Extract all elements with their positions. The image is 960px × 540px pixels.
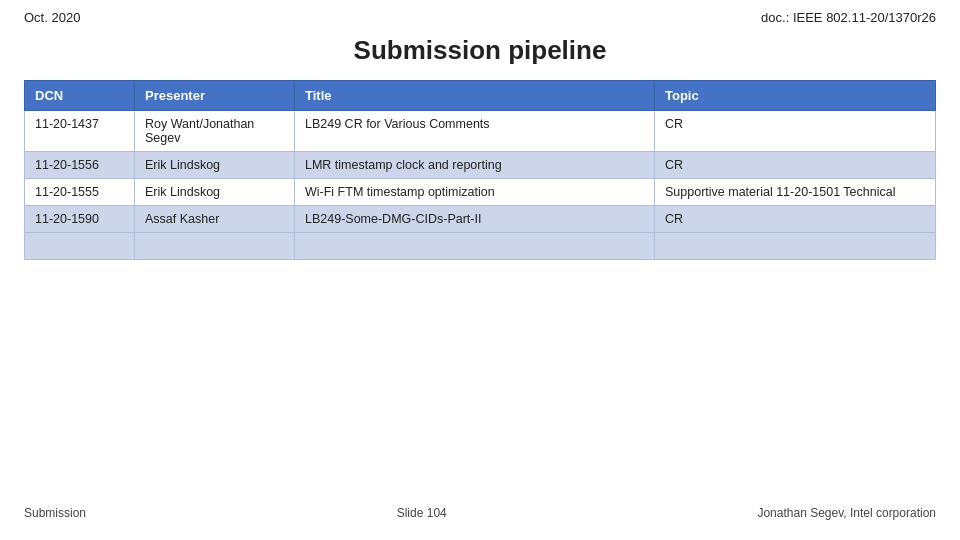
cell-presenter: Erik Lindskog bbox=[135, 179, 295, 206]
footer: Submission Slide 104 Jonathan Segev, Int… bbox=[0, 496, 960, 530]
footer-right: Jonathan Segev, Intel corporation bbox=[757, 506, 936, 520]
submission-table: DCN Presenter Title Topic 11-20-1437Roy … bbox=[24, 80, 936, 260]
page-title-section: Submission pipeline bbox=[0, 29, 960, 80]
table-header: DCN Presenter Title Topic bbox=[25, 81, 936, 111]
table-row-empty bbox=[25, 233, 936, 260]
col-header-title: Title bbox=[295, 81, 655, 111]
footer-left: Submission bbox=[24, 506, 86, 520]
header: Oct. 2020 doc.: IEEE 802.11-20/1370r26 bbox=[0, 0, 960, 29]
col-header-presenter: Presenter bbox=[135, 81, 295, 111]
table-row: 11-20-1590Assaf KasherLB249-Some-DMG-CID… bbox=[25, 206, 936, 233]
cell-title: LMR timestamp clock and reporting bbox=[295, 152, 655, 179]
cell-topic: CR bbox=[655, 111, 936, 152]
table-body: 11-20-1437Roy Want/Jonathan SegevLB249 C… bbox=[25, 111, 936, 260]
cell-title: Wi-Fi FTM timestamp optimization bbox=[295, 179, 655, 206]
table-container: DCN Presenter Title Topic 11-20-1437Roy … bbox=[0, 80, 960, 260]
cell-topic: Supportive material 11-20-1501 Technical bbox=[655, 179, 936, 206]
cell-empty bbox=[135, 233, 295, 260]
table-row: 11-20-1555Erik LindskogWi-Fi FTM timesta… bbox=[25, 179, 936, 206]
cell-dcn: 11-20-1555 bbox=[25, 179, 135, 206]
header-left: Oct. 2020 bbox=[24, 10, 80, 25]
cell-empty bbox=[295, 233, 655, 260]
page-title: Submission pipeline bbox=[354, 35, 607, 65]
cell-title: LB249 CR for Various Comments bbox=[295, 111, 655, 152]
col-header-dcn: DCN bbox=[25, 81, 135, 111]
cell-presenter: Assaf Kasher bbox=[135, 206, 295, 233]
cell-presenter: Roy Want/Jonathan Segev bbox=[135, 111, 295, 152]
cell-dcn: 11-20-1590 bbox=[25, 206, 135, 233]
col-header-topic: Topic bbox=[655, 81, 936, 111]
cell-empty bbox=[25, 233, 135, 260]
cell-dcn: 11-20-1556 bbox=[25, 152, 135, 179]
cell-empty bbox=[655, 233, 936, 260]
cell-topic: CR bbox=[655, 152, 936, 179]
footer-center: Slide 104 bbox=[397, 506, 447, 520]
cell-topic: CR bbox=[655, 206, 936, 233]
header-right: doc.: IEEE 802.11-20/1370r26 bbox=[761, 10, 936, 25]
table-row: 11-20-1556Erik LindskogLMR timestamp clo… bbox=[25, 152, 936, 179]
table-row: 11-20-1437Roy Want/Jonathan SegevLB249 C… bbox=[25, 111, 936, 152]
cell-dcn: 11-20-1437 bbox=[25, 111, 135, 152]
cell-presenter: Erik Lindskog bbox=[135, 152, 295, 179]
cell-title: LB249-Some-DMG-CIDs-Part-II bbox=[295, 206, 655, 233]
